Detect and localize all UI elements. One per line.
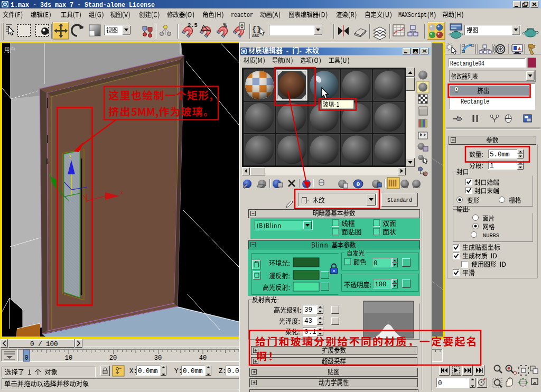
svg-text:0: 0 (374, 260, 378, 267)
svg-text:Z:: Z: (219, 368, 227, 375)
svg-text:20: 20 (109, 354, 117, 362)
svg-text:0.0mm: 0.0mm (183, 368, 203, 375)
svg-text:MAXScript(M): MAXScript(M) (398, 12, 436, 19)
svg-text:30: 30 (154, 354, 162, 362)
svg-text:X:: X: (129, 368, 137, 375)
svg-text:Standard: Standard (387, 197, 412, 203)
svg-text:1: 1 (490, 162, 494, 170)
svg-text:0.1: 0.1 (304, 329, 316, 336)
svg-text:NURBS: NURBS (483, 232, 499, 239)
svg-text:39: 39 (304, 306, 312, 314)
svg-text:{}: {} (252, 25, 261, 34)
svg-text:10: 10 (65, 354, 72, 362)
svg-text:43: 43 (304, 318, 312, 325)
svg-text:40: 40 (199, 354, 207, 362)
svg-text:Y:: Y: (174, 368, 182, 375)
svg-text:Rectangle: Rectangle (461, 98, 489, 106)
svg-text:0: 0 (24, 354, 28, 362)
svg-text:2.5: 2.5 (188, 22, 198, 29)
svg-text:1.max - 3ds max 7 - Stand-alo: 1.max - 3ds max 7 - Stand-alone License (11, 1, 155, 9)
svg-text:0: 0 (438, 380, 442, 387)
svg-text:0 / 100: 0 / 100 (30, 341, 58, 348)
svg-text:Rectangle04: Rectangle04 (450, 60, 484, 68)
svg-text:%: % (223, 22, 227, 30)
svg-text:ABC: ABC (252, 34, 259, 38)
svg-text:reactor: reactor (231, 12, 253, 19)
svg-text:0.0mm: 0.0mm (138, 368, 158, 375)
svg-text:5.0mm: 5.0mm (490, 151, 510, 158)
svg-text:0: 0 (357, 181, 360, 188)
svg-text:100: 100 (375, 281, 387, 288)
